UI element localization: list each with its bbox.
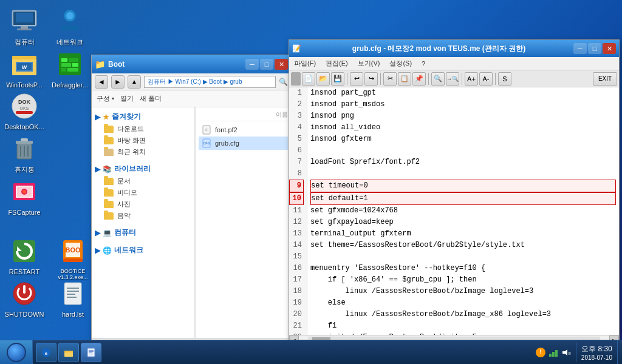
sidebar-item-docs[interactable]: 문서 bbox=[95, 175, 191, 187]
toolbar-btn-1[interactable] bbox=[291, 72, 301, 86]
svg-text:OKS: OKS bbox=[20, 106, 29, 110]
sidebar-item-music[interactable]: 음악 bbox=[95, 210, 191, 221]
new-folder-button[interactable]: 새 폴더 bbox=[140, 94, 162, 103]
svg-text:)))): )))) bbox=[568, 351, 571, 355]
icon-network[interactable]: 네트워크 bbox=[49, 6, 91, 47]
zoom-in-btn[interactable]: A+ bbox=[465, 72, 478, 86]
icon-computer[interactable]: 컴퓨터 bbox=[3, 6, 46, 47]
back-button[interactable]: ◄ bbox=[95, 75, 108, 89]
svg-rect-63 bbox=[89, 354, 93, 354]
menu-edit[interactable]: 편집(E) bbox=[324, 59, 350, 68]
svg-marker-67 bbox=[562, 349, 567, 356]
code-line-5: insmod gfxterm bbox=[310, 133, 616, 145]
code-line-2: insmod part_msdos bbox=[310, 99, 616, 110]
undo-btn[interactable]: ↩ bbox=[350, 72, 363, 86]
sidebar-item-desktop[interactable]: 바탕 화면 bbox=[95, 135, 191, 146]
menu-view[interactable]: 보기(V) bbox=[356, 59, 382, 68]
minimize-button[interactable]: ─ bbox=[245, 59, 259, 70]
redo-btn[interactable]: ↪ bbox=[364, 72, 378, 86]
svg-rect-44 bbox=[23, 285, 26, 294]
maximize-button[interactable]: □ bbox=[260, 59, 273, 70]
misc-btn[interactable]: S bbox=[498, 72, 511, 86]
show-desktop-btn[interactable] bbox=[617, 340, 622, 365]
icon-desktopok[interactable]: DOK OKS DesktopOK... bbox=[3, 92, 46, 130]
sidebar-item-photos[interactable]: 사진 bbox=[95, 198, 191, 210]
svg-rect-49 bbox=[67, 297, 77, 298]
sidebar-item-recent[interactable]: 최근 위치 bbox=[95, 146, 191, 158]
window-controls: ─ □ ✕ bbox=[245, 59, 288, 70]
notepad-maximize[interactable]: □ bbox=[588, 43, 601, 54]
code-line-8 bbox=[310, 168, 616, 180]
notepad-minimize[interactable]: ─ bbox=[573, 43, 587, 54]
icon-shutdown[interactable]: SHUTDOWN bbox=[3, 279, 46, 318]
start-button[interactable] bbox=[0, 340, 33, 365]
svg-rect-28 bbox=[21, 138, 28, 141]
open-button[interactable]: 열기 bbox=[120, 94, 134, 103]
forward-button[interactable]: ► bbox=[111, 75, 125, 89]
find-next-btn[interactable]: →🔍 bbox=[446, 72, 459, 86]
notepad-window: 📝 grub.cfg - 메모장2 mod von TEUS.me (관리자 권… bbox=[289, 39, 620, 349]
file-font-pf2[interactable]: F font.pf2 bbox=[199, 123, 288, 136]
svg-rect-47 bbox=[67, 291, 79, 292]
favorites-header[interactable]: ▶ ★ 즐겨찾기 bbox=[95, 110, 191, 123]
menu-settings[interactable]: 설정(S) bbox=[388, 59, 414, 68]
tray-icon-volume[interactable]: )))) bbox=[561, 348, 571, 357]
icon-trash[interactable]: 휴지통 bbox=[3, 133, 46, 174]
save-btn[interactable]: 💾 bbox=[331, 72, 344, 86]
icon-fscapture[interactable]: FSCapture bbox=[3, 177, 46, 216]
tray-icon-network[interactable] bbox=[549, 348, 558, 357]
icon-hardlst[interactable]: hard.lst bbox=[52, 279, 94, 318]
menu-file[interactable]: 파일(F) bbox=[292, 59, 318, 68]
taskbar-explorer[interactable] bbox=[58, 343, 79, 362]
svg-rect-61 bbox=[89, 351, 94, 352]
code-line-6 bbox=[310, 145, 616, 157]
icon-wintools[interactable]: W WinToolsP... bbox=[3, 50, 46, 89]
exit-btn[interactable]: EXIT bbox=[593, 72, 617, 86]
sidebar-item-download[interactable]: 다운로드 bbox=[95, 123, 191, 135]
up-button[interactable]: ▲ bbox=[128, 75, 141, 89]
close-button[interactable]: ✕ bbox=[275, 59, 288, 70]
icon-bootice[interactable]: BOO BOOTICE v1.3.2.exe... bbox=[52, 237, 94, 280]
sidebar-item-video[interactable]: 비디오 bbox=[95, 187, 191, 198]
search-btn[interactable]: 🔍 bbox=[279, 78, 288, 86]
system-tray: ! )))) bbox=[531, 348, 576, 357]
code-line-17: if [ 'x86_64' == $grub_cpu ]; then bbox=[310, 274, 616, 286]
code-line-22: initrd /EassosRestoreBoot/initramFs bbox=[310, 332, 616, 335]
line-numbers: 1 2 3 4 5 6 7 8 9 10 11 12 13 14 15 16 1… bbox=[289, 87, 307, 335]
svg-rect-23 bbox=[72, 63, 78, 67]
organize-button[interactable]: 구성▾ bbox=[97, 94, 114, 103]
notepad-content[interactable]: 1 2 3 4 5 6 7 8 9 10 11 12 13 14 15 16 1… bbox=[289, 87, 619, 335]
paste-btn[interactable]: 📌 bbox=[412, 72, 426, 86]
cut-btn[interactable]: ✂ bbox=[383, 72, 397, 86]
library-header[interactable]: ▶ 📚 라이브러리 bbox=[95, 163, 191, 175]
computer-header[interactable]: ▶ 💻 컴퓨터 bbox=[95, 226, 191, 239]
code-line-10: set default=1 bbox=[310, 192, 616, 205]
taskbar-notepad[interactable] bbox=[81, 343, 101, 362]
network-header[interactable]: ▶ 🌐 네트워크 bbox=[95, 244, 191, 257]
svg-rect-64 bbox=[549, 354, 552, 357]
svg-point-36 bbox=[22, 190, 26, 194]
file-grub-cfg[interactable]: CFG grub.cfg bbox=[199, 136, 288, 150]
toolbar-sep-2 bbox=[380, 73, 381, 85]
taskbar-ie[interactable]: e bbox=[36, 343, 56, 362]
new-file-btn[interactable]: 📄 bbox=[302, 72, 315, 86]
tray-icon-warn[interactable]: ! bbox=[536, 348, 545, 357]
code-area[interactable]: insmod part_gpt insmod part_msdos insmod… bbox=[307, 87, 619, 335]
notepad-close[interactable]: ✕ bbox=[603, 43, 616, 54]
address-bar[interactable]: 컴퓨터 ▶ Win7 (C:) ▶ Boot ▶ grub bbox=[144, 76, 276, 88]
explorer-body: ▶ ★ 즐겨찾기 다운로드 바탕 화면 최근 위치 bbox=[92, 107, 291, 338]
find-btn[interactable]: 🔍 bbox=[431, 72, 445, 86]
clock[interactable]: 오후 8:30 2018-07-10 bbox=[576, 343, 617, 362]
copy-btn[interactable]: 📋 bbox=[398, 72, 411, 86]
svg-point-16 bbox=[66, 12, 73, 19]
zoom-out-btn[interactable]: A- bbox=[479, 72, 493, 86]
icon-restart[interactable]: RESTART bbox=[3, 237, 46, 280]
notepad-menubar: 파일(F) 편집(E) 보기(V) 설정(S) ? bbox=[289, 57, 619, 70]
code-line-3: insmod png bbox=[310, 110, 616, 122]
code-line-1: insmod part_gpt bbox=[310, 87, 616, 99]
favorites-section: ▶ ★ 즐겨찾기 다운로드 바탕 화면 최근 위치 bbox=[95, 110, 191, 158]
icon-defraggler[interactable]: Defraggler... bbox=[49, 50, 91, 89]
menu-help[interactable]: ? bbox=[420, 60, 427, 67]
open-file-btn[interactable]: 📂 bbox=[316, 72, 330, 86]
code-line-13: terminal_output gfxterm bbox=[310, 228, 616, 240]
